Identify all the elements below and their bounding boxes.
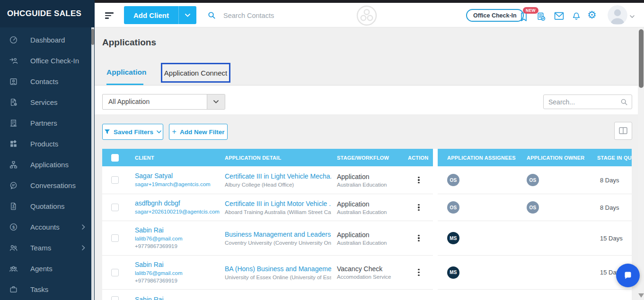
sidebar-item-label: Quotations: [30, 202, 65, 210]
select-chevron[interactable]: [207, 94, 225, 109]
table-search-input[interactable]: [543, 94, 632, 109]
gauge-icon: [9, 35, 18, 44]
search-icon[interactable]: [207, 11, 216, 20]
sidebar-nav: Dashboard Office Check-In Contacts Servi…: [0, 27, 95, 300]
tab-application-connect[interactable]: Application Connect: [161, 63, 230, 83]
course-link[interactable]: Business Management and Leaders...: [225, 231, 331, 238]
checkin-icon: [9, 56, 18, 65]
dollar-circle-icon: $: [9, 222, 18, 231]
client-name-link[interactable]: Sabin Rai: [135, 261, 218, 268]
scrollbar-thumb[interactable]: [639, 29, 644, 88]
chevron-down-icon: [185, 14, 190, 17]
mail-icon[interactable]: [554, 12, 564, 20]
contacts-search-placeholder[interactable]: Search Contacts: [223, 12, 274, 19]
row-checkbox[interactable]: [111, 296, 119, 300]
gear-icon[interactable]: ⚙: [587, 9, 597, 21]
workflow-name: Accomodation Service: [337, 274, 405, 280]
office-checkin-label: Office Check-In: [473, 12, 517, 19]
client-email: lalitb76@gmail.com: [135, 235, 218, 242]
col-stage-workflow[interactable]: STAGE/WORKFLOW: [331, 155, 405, 161]
col-application-detail[interactable]: APPLICATION DETAIL: [218, 155, 331, 161]
row-actions-menu[interactable]: [415, 235, 423, 242]
chat-widget-button[interactable]: [616, 264, 640, 287]
applications-table: CLIENT APPLICATION DETAIL STAGE/WORKFLOW…: [102, 149, 632, 300]
two-people-icon: [9, 243, 18, 252]
sidebar-item-tasks[interactable]: Tasks: [0, 279, 95, 300]
row-actions-menu[interactable]: [415, 269, 423, 276]
sidebar-item-agents[interactable]: Agents: [0, 258, 95, 279]
sidebar-item-office-checkin[interactable]: Office Check-In: [0, 50, 95, 71]
frozen-columns-divider: [433, 149, 438, 300]
sidebar-scrollbar-thumb[interactable]: [91, 29, 94, 45]
vertical-scrollbar: [638, 27, 644, 300]
add-client-button[interactable]: Add Client: [124, 6, 196, 24]
sidebar-item-partners[interactable]: Partners: [0, 112, 95, 133]
table-search: [543, 94, 632, 109]
sidebar-item-label: Products: [30, 140, 58, 148]
client-email: sagar+19march@agentcis.com: [135, 181, 218, 188]
add-client-dropdown[interactable]: [178, 6, 196, 24]
row-checkbox[interactable]: [111, 269, 119, 276]
workflow-name: Australian Education: [337, 182, 405, 188]
menu-toggle-icon[interactable]: [105, 12, 114, 20]
bell-icon[interactable]: [572, 12, 581, 22]
chevron-right-icon: [82, 224, 85, 230]
office-checkin-button[interactable]: Office Check-In: [466, 9, 524, 22]
sidebar-item-label: Contacts: [30, 77, 58, 86]
row-actions-menu[interactable]: [415, 177, 423, 184]
course-link[interactable]: Certificate III in Light Motor Vehicle .…: [225, 200, 331, 207]
client-phone: +9779867369919: [135, 277, 218, 284]
sidebar-item-teams[interactable]: Teams: [0, 237, 95, 258]
client-phone: +9779867369919: [135, 242, 218, 250]
sidebar-item-contacts[interactable]: Contacts: [0, 71, 95, 92]
row-checkbox[interactable]: [111, 204, 119, 211]
stage-name: Application: [337, 200, 405, 208]
saved-filters-button[interactable]: Saved Filters: [102, 124, 163, 140]
top-header: Add Client Search Contacts Office Check-…: [95, 3, 644, 27]
stage-name: Application: [337, 231, 405, 239]
application-filter-select[interactable]: All Application: [102, 94, 225, 110]
scroll-down-arrow-icon[interactable]: [638, 293, 644, 298]
col-client[interactable]: CLIENT: [128, 155, 218, 161]
stage-name: Vacancy Check: [337, 265, 405, 273]
sidebar-item-services[interactable]: Services: [0, 92, 95, 112]
new-badge: NEW: [523, 7, 538, 14]
add-new-filter-button[interactable]: + Add New Filter: [169, 124, 228, 140]
row-actions-menu[interactable]: [415, 204, 423, 211]
briefcase-icon: [9, 284, 18, 294]
sidebar-item-applications[interactable]: Applications: [0, 154, 95, 175]
assignee-avatar: MS: [447, 266, 459, 279]
col-owner[interactable]: APPLICATION OWNER: [516, 155, 587, 161]
tab-application[interactable]: Application: [106, 68, 146, 77]
column-settings-button[interactable]: [614, 122, 632, 140]
add-client-label[interactable]: Add Client: [124, 6, 178, 24]
client-name-link[interactable]: asdfbgnh dcbgf: [135, 199, 218, 207]
row-checkbox[interactable]: [111, 176, 119, 184]
select-all-checkbox[interactable]: [111, 154, 119, 162]
sidebar-item-label: Partners: [30, 119, 57, 127]
sidebar-item-dashboard[interactable]: Dashboard: [0, 29, 95, 50]
sidebar-item-products[interactable]: Products: [0, 133, 95, 154]
client-name-link[interactable]: Sabin Rai: [135, 296, 218, 300]
client-name-link[interactable]: Sagar Satyal: [135, 172, 218, 180]
sidebar-item-label: Dashboard: [30, 36, 65, 44]
sidebar-item-quotations[interactable]: $ Quotations: [0, 196, 95, 216]
page-title: Applications: [102, 37, 156, 48]
table-header-row: CLIENT APPLICATION DETAIL STAGE/WORKFLOW…: [102, 149, 632, 166]
course-link[interactable]: BA (Hons) Business and Manageme...: [225, 265, 331, 273]
avatar-chevron-icon[interactable]: [630, 15, 635, 18]
svg-text:$: $: [12, 224, 15, 229]
client-email: lalitb76@gmail.com: [135, 270, 218, 277]
document-check-icon[interactable]: [536, 12, 546, 22]
client-name-link[interactable]: Sabin Rai: [135, 226, 218, 234]
col-assignees[interactable]: APPLICATION ASSIGNEES: [438, 155, 516, 161]
user-avatar[interactable]: [608, 5, 627, 25]
course-link[interactable]: Certificate III in Light Vehicle Mecha..…: [225, 172, 331, 180]
sidebar-item-conversations[interactable]: Conversations: [0, 175, 95, 196]
sidebar: OHCGUIDE SALES Dashboard Office Check-In…: [0, 0, 95, 300]
sidebar-item-accounts[interactable]: $ Accounts: [0, 216, 95, 237]
select-value: All Application: [103, 94, 207, 109]
row-checkbox[interactable]: [111, 234, 119, 242]
org-chart-icon: [9, 160, 18, 169]
col-stage-in-queue[interactable]: STAGE IN QUEUE: [587, 155, 632, 161]
